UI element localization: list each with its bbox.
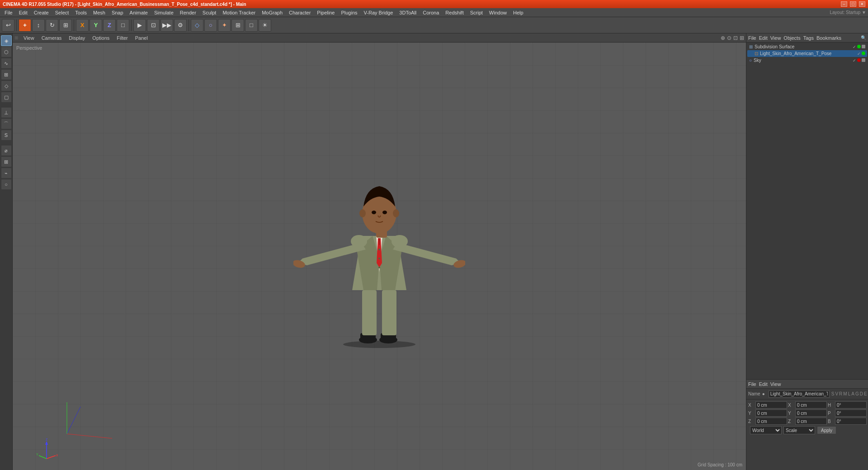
menu-sculpt[interactable]: Sculpt xyxy=(200,9,219,16)
right-bookmarks-menu[interactable]: Bookmarks xyxy=(816,35,841,41)
tool-deformer[interactable]: ◇ xyxy=(1,80,12,91)
menu-mesh[interactable]: Mesh xyxy=(90,9,108,16)
viewport-expand-icon[interactable]: ⊞ xyxy=(14,35,18,40)
undo-button[interactable]: ↩ xyxy=(2,19,14,32)
menu-select[interactable]: Select xyxy=(52,9,72,16)
coord-p-input[interactable] xyxy=(835,409,867,417)
subdivision-lock[interactable] xyxy=(862,45,865,48)
viewport-menu-panel[interactable]: Panel xyxy=(133,34,150,42)
model-visibility[interactable] xyxy=(862,52,865,55)
menu-plugins[interactable]: Plugins xyxy=(338,9,360,16)
texture-icon[interactable]: ✦ xyxy=(218,19,231,32)
objects-icon[interactable]: ◇ xyxy=(191,19,203,32)
coord-rz-input[interactable] xyxy=(795,418,827,425)
object-mode[interactable]: Y xyxy=(90,19,102,32)
menu-redshift[interactable]: Redshift xyxy=(443,9,466,16)
menu-snap[interactable]: Snap xyxy=(109,9,126,16)
world-mode[interactable]: Z xyxy=(103,19,116,32)
render-active[interactable]: ▶▶ xyxy=(160,19,173,32)
menu-simulate[interactable]: Simulate xyxy=(151,9,176,16)
new-button[interactable]: + xyxy=(19,19,31,32)
menu-corona[interactable]: Corona xyxy=(420,9,442,16)
minimize-button[interactable]: – xyxy=(841,1,847,7)
render-picture[interactable]: ▶ xyxy=(133,19,146,32)
subdivision-visibility[interactable] xyxy=(857,45,861,48)
attr-edit-menu[interactable]: Edit xyxy=(759,381,768,387)
render-region[interactable]: ⊡ xyxy=(147,19,160,32)
viewport-menu-filter[interactable]: Filter xyxy=(115,34,129,42)
right-edit-menu[interactable]: Edit xyxy=(759,35,768,41)
viewport-menu-cameras[interactable]: Cameras xyxy=(40,34,64,42)
viewport-icon-fullscreen[interactable]: ⊞ xyxy=(740,35,744,41)
name-input-field[interactable] xyxy=(769,390,830,398)
sky-visibility[interactable] xyxy=(857,58,861,62)
right-file-menu[interactable]: File xyxy=(748,35,756,41)
attr-file-menu[interactable]: File xyxy=(748,381,756,387)
title-bar-controls[interactable]: – □ ✕ xyxy=(841,1,865,7)
menu-character[interactable]: Character xyxy=(286,9,313,16)
object-item-model[interactable]: ⊡ Light_Skin_Afro_American_T_Pose ✓ xyxy=(747,50,867,57)
tool-brush[interactable]: ⌒ xyxy=(1,118,12,129)
viewport-icon-1[interactable]: ⊕ xyxy=(721,35,725,41)
coord-rx-input[interactable] xyxy=(795,401,827,409)
scale-dropdown[interactable]: Scale xyxy=(783,426,815,434)
model-mode[interactable]: X xyxy=(76,19,89,32)
tool-line[interactable]: ⊥ xyxy=(1,107,12,118)
menu-motion-tracker[interactable]: Motion Tracker xyxy=(220,9,258,16)
right-objects-menu[interactable]: Objects xyxy=(783,35,800,41)
viewport-icon-2[interactable]: ⊙ xyxy=(727,35,731,41)
right-view-menu[interactable]: View xyxy=(770,35,781,41)
menu-render[interactable]: Render xyxy=(177,9,199,16)
maximize-button[interactable]: □ xyxy=(850,1,856,7)
scale-tool[interactable]: ⊞ xyxy=(59,19,72,32)
menu-pipeline[interactable]: Pipeline xyxy=(314,9,337,16)
sky-check[interactable]: ✓ xyxy=(853,58,856,63)
tool-pointer[interactable]: ◈ xyxy=(1,35,12,46)
viewport-menu-display[interactable]: Display xyxy=(67,34,87,42)
polygon-icon[interactable]: ○ xyxy=(204,19,217,32)
menu-mograph[interactable]: MoGraph xyxy=(259,9,285,16)
menu-vray[interactable]: V-Ray Bridge xyxy=(361,9,396,16)
coord-ry-input[interactable] xyxy=(795,409,827,417)
menu-file[interactable]: File xyxy=(2,9,15,16)
move-tool[interactable]: ↕ xyxy=(32,19,45,32)
tool-terrain[interactable]: ⌁ xyxy=(1,168,12,179)
light-icon[interactable]: ☀ xyxy=(259,19,271,32)
tool-polygon[interactable]: ⬡ xyxy=(1,47,12,57)
tool-camera[interactable]: ▢ xyxy=(1,92,12,103)
menu-script[interactable]: Script xyxy=(467,9,486,16)
tool-grid[interactable]: ⊞ xyxy=(1,156,12,167)
render-settings[interactable]: ⚙ xyxy=(174,19,187,32)
coord-b-input[interactable] xyxy=(835,418,867,425)
object-item-subdivision[interactable]: ⊞ Subdivision Surface ✓ xyxy=(747,43,867,50)
viewport-menu-options[interactable]: Options xyxy=(90,34,111,42)
menu-animate[interactable]: Animate xyxy=(127,9,151,16)
grid-icon[interactable]: ⊞ xyxy=(231,19,244,32)
apply-button[interactable]: Apply xyxy=(817,426,836,434)
tool-extra[interactable]: ○ xyxy=(1,179,12,190)
3d-viewport[interactable]: Perspective xyxy=(13,42,746,470)
tool-sculpt[interactable]: ⌀ xyxy=(1,145,12,156)
right-tags-menu[interactable]: Tags xyxy=(803,35,814,41)
attr-view-menu[interactable]: View xyxy=(770,381,781,387)
sky-lock[interactable] xyxy=(862,58,865,62)
menu-3dtoall[interactable]: 3DToAll xyxy=(396,9,419,16)
menu-window[interactable]: Window xyxy=(486,9,509,16)
viewport-icon-3[interactable]: ⊡ xyxy=(733,35,738,41)
coord-h-input[interactable] xyxy=(835,401,867,409)
world-dropdown[interactable]: World xyxy=(750,426,782,434)
menu-edit[interactable]: Edit xyxy=(16,9,30,16)
tool-nurbs[interactable]: ⊞ xyxy=(1,69,12,80)
camera-icon[interactable]: □ xyxy=(245,19,258,32)
viewport-menu-view[interactable]: View xyxy=(22,34,36,42)
tool-spline[interactable]: ∿ xyxy=(1,58,12,69)
subdivision-check[interactable]: ✓ xyxy=(853,45,856,49)
edit-mode[interactable]: □ xyxy=(117,19,129,32)
object-item-sky[interactable]: ○ Sky ✓ xyxy=(747,57,867,64)
rotate-tool[interactable]: ↻ xyxy=(46,19,58,32)
coord-y-input[interactable] xyxy=(755,409,787,417)
menu-help[interactable]: Help xyxy=(510,9,526,16)
tool-paint[interactable]: S xyxy=(1,130,12,141)
menu-tools[interactable]: Tools xyxy=(72,9,90,16)
coord-z-input[interactable] xyxy=(755,418,787,425)
